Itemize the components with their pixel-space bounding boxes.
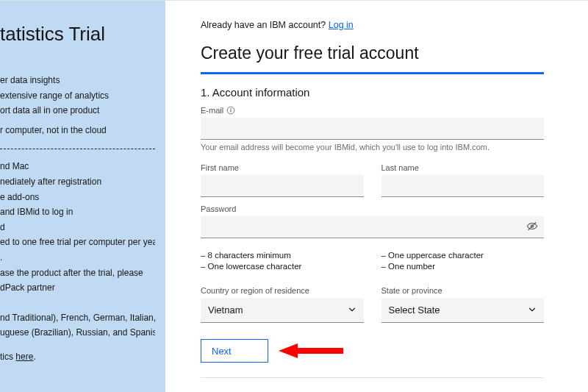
already-text: Already have an IBM account?: [201, 20, 326, 30]
password-req: – One number: [381, 262, 545, 271]
state-value: Select State: [389, 304, 440, 316]
form-title: Create your free trial account: [201, 43, 544, 63]
sidebar-bullet: d: [0, 221, 155, 235]
sidebar-bullet: nediately after registration: [0, 175, 155, 189]
sidebar-bullet: nd Mac: [0, 160, 155, 174]
country-label: Country or region of residence: [201, 286, 364, 295]
sidebar-bullet: e add-ons: [0, 190, 155, 204]
sidebar-more-link[interactable]: here: [15, 352, 33, 362]
password-req: – One uppercase character: [381, 251, 545, 260]
email-helper: Your email address will become your IBMi…: [201, 143, 544, 152]
sidebar-title: tatistics Trial: [0, 23, 155, 46]
last-name-input[interactable]: [381, 175, 545, 197]
bottom-divider: [201, 377, 544, 378]
svg-point-2: [230, 108, 231, 109]
svg-marker-6: [279, 343, 298, 358]
sidebar-bullet: and IBMid to log in: [0, 205, 155, 219]
sidebar-bullet: ed to one free trial per computer per ye…: [0, 235, 155, 249]
eye-off-icon[interactable]: [526, 221, 538, 235]
password-label: Password: [201, 204, 544, 213]
sidebar-bullet: dPack partner: [0, 281, 155, 295]
password-input[interactable]: [201, 216, 544, 238]
sidebar-bullet: ort data all in one product: [0, 104, 155, 118]
country-value: Vietnam: [208, 304, 243, 316]
sidebar-bullet: ase the product after the trial, please: [0, 266, 155, 280]
next-button[interactable]: Next: [201, 339, 268, 363]
sidebar: tatistics Trial er data insights extensi…: [0, 1, 165, 392]
state-label: State or province: [381, 286, 545, 295]
sidebar-body: er data insights extensive range of anal…: [0, 72, 155, 366]
last-name-label: Last name: [381, 163, 545, 172]
sidebar-footer: nd Traditional), French, German, Italian…: [0, 311, 155, 325]
state-select[interactable]: Select State: [381, 298, 545, 323]
email-label: E-mail: [201, 106, 544, 115]
password-requirements: – 8 characters minimum – One lowercase c…: [201, 249, 544, 273]
info-icon[interactable]: [226, 106, 235, 115]
sidebar-divider: [0, 149, 155, 149]
sidebar-bullet: extensive range of analytics: [0, 89, 155, 103]
section-title: 1. Account information: [201, 86, 544, 99]
main-content: Already have an IBM account? Log in Crea…: [165, 1, 588, 392]
title-underline: [201, 72, 544, 74]
chevron-down-icon: [528, 304, 537, 316]
sidebar-bullet: r computer, not in the cloud: [0, 124, 155, 138]
sidebar-more: tics here.: [0, 350, 155, 364]
country-select[interactable]: Vietnam: [201, 298, 364, 323]
svg-rect-1: [231, 110, 232, 112]
password-req: – 8 characters minimum: [201, 251, 364, 260]
first-name-input[interactable]: [201, 175, 364, 197]
sidebar-more-prefix: tics: [0, 352, 15, 362]
chevron-down-icon: [348, 304, 356, 316]
email-input[interactable]: [201, 118, 544, 140]
sidebar-bullet: er data insights: [0, 74, 155, 88]
sidebar-footer: uguese (Brazilian), Russian, and Spanish…: [0, 326, 155, 340]
already-have-account: Already have an IBM account? Log in: [201, 20, 544, 30]
login-link[interactable]: Log in: [329, 20, 354, 30]
sidebar-bullet: .: [0, 251, 155, 265]
password-req: – One lowercase character: [201, 262, 364, 271]
first-name-label: First name: [201, 163, 364, 172]
annotation-arrow-icon: [279, 341, 345, 361]
